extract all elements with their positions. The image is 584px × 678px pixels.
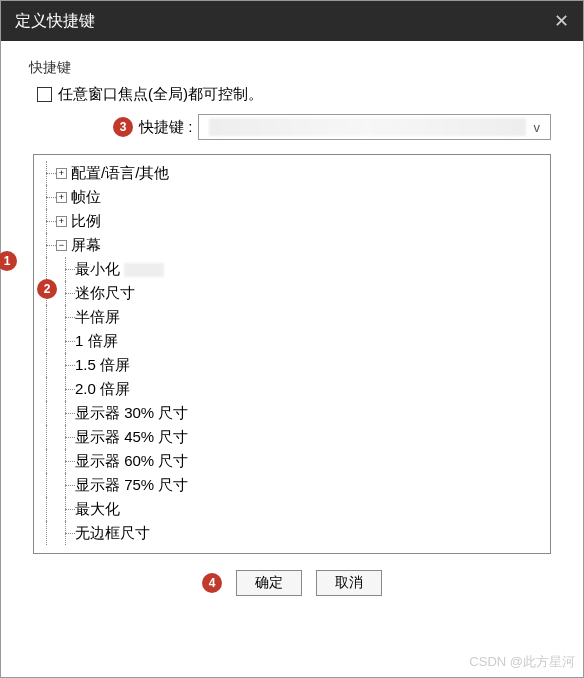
global-focus-checkbox[interactable] — [37, 87, 52, 102]
tree-child-maximize: 最大化 — [38, 497, 546, 521]
global-focus-checkbox-row: 任意窗口焦点(全局)都可控制。 — [37, 85, 561, 104]
callout-2: 2 — [37, 279, 57, 299]
expand-icon[interactable]: + — [56, 216, 67, 227]
callout-4: 4 — [202, 573, 222, 593]
tree-child: 半倍屏 — [38, 305, 546, 329]
tree-child: 1 倍屏 — [38, 329, 546, 353]
tree-child: 1.5 倍屏 — [38, 353, 546, 377]
node-label[interactable]: 比例 — [71, 212, 101, 231]
chevron-down-icon: v — [534, 120, 541, 135]
expand-icon[interactable]: + — [56, 192, 67, 203]
node-label[interactable]: 2.0 倍屏 — [75, 380, 130, 399]
watermark: CSDN @此方星河 — [469, 653, 575, 671]
footer: 4 确定 取消 — [23, 554, 561, 616]
node-label[interactable]: 1 倍屏 — [75, 332, 118, 351]
node-label[interactable]: 显示器 45% 尺寸 — [75, 428, 188, 447]
node-label[interactable]: 最大化 — [75, 500, 120, 519]
titlebar: 定义快捷键 ✕ — [1, 1, 583, 41]
global-focus-label: 任意窗口焦点(全局)都可控制。 — [58, 85, 263, 104]
collapse-icon[interactable]: − — [56, 240, 67, 251]
node-label[interactable]: 半倍屏 — [75, 308, 120, 327]
window-title: 定义快捷键 — [15, 11, 553, 32]
callout-1: 1 — [0, 251, 17, 271]
tree-child: 显示器 30% 尺寸 — [38, 401, 546, 425]
tree-child: 显示器 75% 尺寸 — [38, 473, 546, 497]
tree-child: 显示器 45% 尺寸 — [38, 425, 546, 449]
node-label[interactable]: 1.5 倍屏 — [75, 356, 130, 375]
tree-child: 2.0 倍屏 — [38, 377, 546, 401]
tree-child: 迷你尺寸 — [38, 281, 546, 305]
node-label[interactable]: 无边框尺寸 — [75, 524, 150, 543]
tree-node-screen: − 屏幕 — [38, 233, 546, 257]
dialog-window: 定义快捷键 ✕ 快捷键 任意窗口焦点(全局)都可控制。 3 快捷键 : v + … — [0, 0, 584, 678]
node-label[interactable]: 配置/语言/其他 — [71, 164, 169, 183]
node-label[interactable]: 显示器 60% 尺寸 — [75, 452, 188, 471]
group-label: 快捷键 — [29, 59, 561, 77]
cancel-button[interactable]: 取消 — [316, 570, 382, 596]
tree-node-ratio: + 比例 — [38, 209, 546, 233]
expand-icon[interactable]: + — [56, 168, 67, 179]
node-label[interactable]: 迷你尺寸 — [75, 284, 135, 303]
node-label[interactable]: 屏幕 — [71, 236, 101, 255]
tree-node-config: + 配置/语言/其他 — [38, 161, 546, 185]
content-area: 快捷键 任意窗口焦点(全局)都可控制。 3 快捷键 : v + 配置/语言/其他… — [1, 41, 583, 677]
ok-button[interactable]: 确定 — [236, 570, 302, 596]
tree-child: 无边框尺寸 — [38, 521, 546, 545]
tree-node-frame: + 帧位 — [38, 185, 546, 209]
node-label[interactable]: 显示器 30% 尺寸 — [75, 404, 188, 423]
shortcut-value-blurred — [209, 118, 525, 136]
close-icon[interactable]: ✕ — [553, 13, 569, 29]
shortcut-dropdown[interactable]: v — [198, 114, 551, 140]
node-label[interactable]: 帧位 — [71, 188, 101, 207]
shortcut-label: 快捷键 : — [139, 118, 192, 137]
callout-3: 3 — [113, 117, 133, 137]
node-label[interactable]: 最小化 — [75, 260, 164, 279]
node-label[interactable]: 显示器 75% 尺寸 — [75, 476, 188, 495]
tree-child-minimize: 最小化 — [38, 257, 546, 281]
action-tree[interactable]: + 配置/语言/其他 + 帧位 + 比例 − 屏幕 最小化 — [33, 154, 551, 554]
shortcut-row: 3 快捷键 : v — [113, 114, 551, 140]
tree-child: 显示器 60% 尺寸 — [38, 449, 546, 473]
